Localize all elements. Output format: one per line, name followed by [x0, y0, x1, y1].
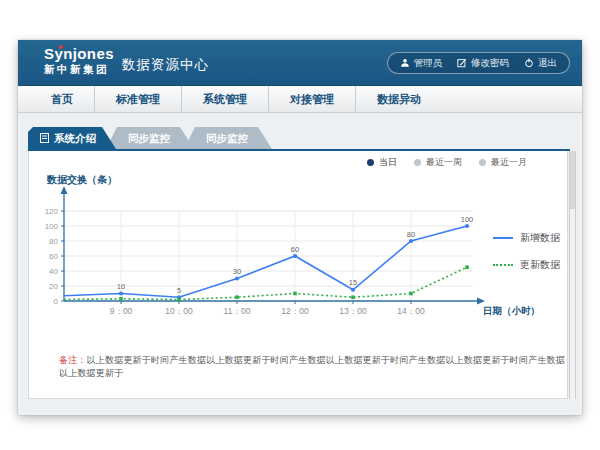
series-0-point-label: 5	[177, 286, 181, 295]
x-tick-label: 14：00	[397, 306, 425, 316]
header-actions: 管理员修改密码退出	[387, 52, 571, 74]
series-0-point	[409, 239, 413, 243]
tab-strip: 系统介绍同步监控同步监控	[28, 127, 262, 149]
radio-label: 最近一月	[491, 156, 527, 169]
x-tick-label: 11：00	[224, 306, 251, 316]
series-1-point	[465, 265, 469, 269]
footnote-label: 备注：	[59, 355, 87, 365]
series-0-point-label: 80	[407, 230, 415, 239]
app-title: 数据资源中心	[122, 56, 209, 74]
series-0-point	[351, 288, 355, 292]
tab-label: 系统介绍	[54, 127, 96, 149]
nav-item-data-change[interactable]: 数据异动	[355, 86, 442, 112]
nav-item-standard-mgmt[interactable]: 标准管理	[94, 86, 181, 112]
series-0-point-label: 15	[349, 278, 357, 287]
legend-swatch-icon	[493, 264, 513, 266]
series-1-point	[351, 295, 355, 299]
y-tick-label: 60	[49, 252, 58, 261]
series-1-point	[235, 295, 239, 299]
change-password-button[interactable]: 修改密码	[457, 57, 509, 70]
tab-1[interactable]: 同步监控	[106, 127, 194, 149]
series-0-point	[465, 224, 469, 228]
nav-item-system-mgmt[interactable]: 系统管理	[181, 86, 268, 112]
header-action-label: 退出	[538, 57, 557, 70]
footnote: 备注：以上数据更新于时间产生数据以上数据更新于时间产生数据以上数据更新于时间产生…	[59, 354, 567, 380]
legend-item-1[interactable]: 更新数据	[493, 258, 560, 272]
scrollbar-track[interactable]	[569, 151, 576, 399]
legend-label: 新增数据	[520, 231, 560, 245]
y-tick-label: 0	[54, 297, 59, 306]
logo-subtitle: 新中新集团	[44, 64, 114, 75]
radio-dot-icon	[479, 159, 486, 166]
series-0-point-label: 10	[117, 282, 125, 291]
x-tick-label: 10：00	[165, 306, 193, 316]
y-tick-label: 100	[45, 222, 59, 231]
x-tick-label: 12：00	[281, 306, 309, 316]
time-range-radio-group: 当日最近一周最近一月	[367, 156, 527, 169]
chart-legend: 新增数据更新数据	[493, 231, 560, 285]
nav-bar: 首页标准管理系统管理对接管理数据异动	[18, 86, 582, 113]
nav-item-home[interactable]: 首页	[30, 86, 94, 112]
doc-icon	[40, 133, 49, 143]
header-action-label: 修改密码	[471, 57, 509, 70]
radio-option-1[interactable]: 最近一周	[414, 156, 462, 169]
legend-swatch-icon	[493, 237, 513, 239]
y-tick-label: 20	[49, 282, 58, 291]
footnote-text: 以上数据更新于时间产生数据以上数据更新于时间产生数据以上数据更新于时间产生数据以…	[59, 355, 565, 378]
radio-label: 最近一周	[426, 156, 462, 169]
legend-label: 更新数据	[520, 258, 560, 272]
header-action-label: 管理员	[414, 57, 443, 70]
series-0-point-label: 100	[461, 215, 474, 224]
y-tick-label: 80	[49, 237, 58, 246]
series-0-point	[293, 254, 297, 258]
series-1-point	[177, 298, 181, 302]
tab-0-active[interactable]: 系统介绍	[28, 127, 116, 149]
tab-label: 同步监控	[206, 127, 248, 149]
series-0-point-label: 60	[291, 245, 299, 254]
x-axis-arrow-icon	[477, 298, 485, 305]
radio-dot-icon	[367, 159, 374, 166]
logo-red-accent-icon	[59, 45, 63, 49]
header: Synjones 新中新集团 数据资源中心 管理员修改密码退出	[18, 40, 582, 86]
app-window: Synjones 新中新集团 数据资源中心 管理员修改密码退出 首页标准管理系统…	[18, 40, 582, 415]
series-0-point	[235, 276, 239, 280]
x-tick-label: 13：00	[339, 306, 367, 316]
tab-label: 同步监控	[128, 127, 170, 149]
user-icon	[400, 58, 410, 68]
edit-icon	[457, 58, 467, 68]
content-area: 系统介绍同步监控同步监控 当日最近一周最近一月 数据交换（条） 02040608…	[18, 114, 582, 415]
line-chart: 0204060801001209：0010：0011：0012：0013：001…	[39, 173, 549, 333]
logout-button[interactable]: 退出	[524, 57, 557, 70]
power-icon	[524, 58, 534, 68]
y-tick-label: 40	[49, 267, 58, 276]
series-0-point-label: 30	[233, 267, 241, 276]
radio-label: 当日	[379, 156, 397, 169]
content-panel: 当日最近一周最近一月 数据交换（条） 0204060801001209：0010…	[28, 151, 568, 399]
logo-wordmark: Synjones	[44, 46, 114, 61]
series-0-point	[119, 291, 123, 295]
series-1-point	[119, 297, 123, 301]
series-1-point	[293, 292, 297, 296]
y-tick-label: 120	[45, 207, 59, 216]
y-axis-arrow-icon	[61, 186, 68, 194]
scrollbar-thumb[interactable]	[570, 151, 575, 209]
radio-option-0[interactable]: 当日	[367, 156, 397, 169]
tab-2[interactable]: 同步监控	[184, 127, 272, 149]
synjones-logo: Synjones 新中新集团	[44, 46, 114, 75]
nav-item-interface-mgmt[interactable]: 对接管理	[268, 86, 355, 112]
legend-item-0[interactable]: 新增数据	[493, 231, 560, 245]
x-tick-label: 9：00	[110, 306, 133, 316]
series-1-point	[409, 292, 413, 296]
radio-option-2[interactable]: 最近一月	[479, 156, 527, 169]
user-button[interactable]: 管理员	[400, 57, 443, 70]
x-axis-title: 日期（小时）	[483, 305, 540, 317]
radio-dot-icon	[414, 159, 421, 166]
